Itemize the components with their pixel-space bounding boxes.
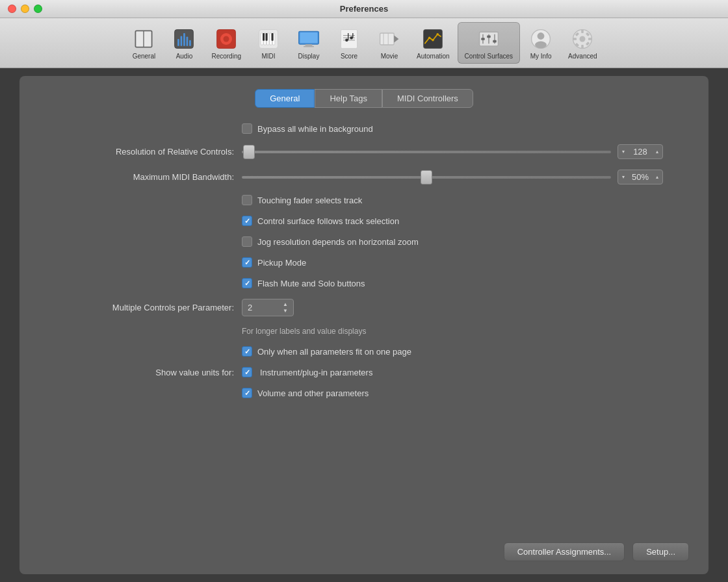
bandwidth-up-btn[interactable]: ▴ bbox=[656, 175, 658, 180]
tabs: General Help Tags MIDI Controllers bbox=[39, 89, 689, 108]
content-area: Bypass all while in background Resolutio… bbox=[39, 123, 689, 398]
touching-fader-label: Touching fader selects track bbox=[257, 196, 362, 205]
automation-icon bbox=[420, 26, 446, 52]
svg-rect-54 bbox=[573, 38, 577, 40]
tab-general[interactable]: General bbox=[255, 89, 315, 108]
toolbar-item-automation[interactable]: Automation bbox=[410, 23, 456, 63]
maximize-button[interactable] bbox=[34, 5, 42, 13]
score-label: Score bbox=[341, 53, 358, 60]
pickup-mode-checkbox[interactable] bbox=[242, 257, 252, 268]
multiple-controls-spinner[interactable]: 2 ▲ ▼ bbox=[242, 299, 294, 316]
midi-icon bbox=[255, 26, 281, 52]
touching-fader-checkbox[interactable] bbox=[242, 195, 252, 205]
close-button[interactable] bbox=[8, 5, 16, 13]
toolbar-item-movie[interactable]: Movie bbox=[370, 23, 409, 63]
show-value-units-row: Show value units for: Instrument/plug-in… bbox=[65, 367, 663, 377]
flash-mute-row: Flash Mute and Solo buttons bbox=[242, 278, 663, 288]
volume-row: Volume and other parameters bbox=[242, 388, 663, 398]
bandwidth-slider-container: ▾ 50% ▴ bbox=[242, 170, 663, 184]
only-when-label: Only when all parameters fit on one page bbox=[257, 347, 411, 357]
bandwidth-slider-track[interactable] bbox=[242, 176, 611, 179]
midi-label: MIDI bbox=[261, 53, 275, 60]
recording-icon bbox=[213, 26, 239, 52]
tab-help-tags[interactable]: Help Tags bbox=[315, 89, 382, 108]
volume-label: Volume and other parameters bbox=[257, 388, 369, 398]
advanced-icon bbox=[569, 26, 595, 52]
svg-rect-6 bbox=[187, 36, 188, 45]
bandwidth-down-btn[interactable]: ▾ bbox=[622, 175, 625, 180]
toolbar-item-score[interactable]: Score bbox=[330, 23, 369, 63]
svg-rect-7 bbox=[190, 40, 192, 46]
display-label: Display bbox=[298, 53, 320, 60]
flash-mute-label: Flash Mute and Solo buttons bbox=[257, 279, 365, 288]
toolbar-item-display[interactable]: Display bbox=[289, 23, 328, 63]
svg-rect-53 bbox=[582, 45, 584, 48]
jog-resolution-label: Jog resolution depends on horizontal zoo… bbox=[257, 237, 419, 247]
svg-rect-21 bbox=[300, 32, 318, 43]
multiple-controls-arrows: ▲ ▼ bbox=[283, 301, 288, 314]
svg-rect-52 bbox=[582, 30, 584, 33]
flash-mute-checkbox[interactable] bbox=[242, 278, 252, 288]
control-surface-follows-checkbox[interactable] bbox=[242, 216, 252, 226]
instrument-checkbox[interactable] bbox=[242, 367, 252, 377]
pickup-mode-label: Pickup Mode bbox=[257, 258, 306, 268]
touching-fader-row: Touching fader selects track bbox=[242, 195, 663, 205]
window-controls bbox=[8, 5, 42, 13]
advanced-label: Advanced bbox=[568, 53, 597, 60]
main-content: General Help Tags MIDI Controllers Bypas… bbox=[20, 76, 708, 574]
audio-label: Audio bbox=[176, 53, 193, 60]
resolution-up-btn[interactable]: ▴ bbox=[656, 149, 658, 155]
multiple-controls-up[interactable]: ▲ bbox=[283, 301, 288, 308]
my-info-icon bbox=[528, 26, 554, 52]
svg-rect-4 bbox=[181, 36, 183, 46]
jog-resolution-checkbox[interactable] bbox=[242, 236, 252, 247]
svg-point-48 bbox=[538, 32, 545, 40]
svg-rect-42 bbox=[481, 38, 484, 40]
svg-rect-5 bbox=[184, 33, 186, 46]
bandwidth-value-display: ▾ 50% ▴ bbox=[618, 170, 663, 184]
resolution-label: Resolution of Relative Controls: bbox=[65, 147, 234, 157]
tab-midi-controllers[interactable]: MIDI Controllers bbox=[382, 89, 473, 108]
for-longer-section-label: For longer labels and value displays bbox=[242, 327, 663, 336]
svg-point-49 bbox=[535, 42, 547, 49]
bandwidth-slider-thumb[interactable] bbox=[421, 170, 432, 184]
resolution-slider-track[interactable] bbox=[242, 151, 611, 153]
svg-point-10 bbox=[224, 36, 229, 42]
svg-rect-19 bbox=[272, 33, 274, 41]
controller-assignments-button[interactable]: Controller Assignments... bbox=[504, 542, 625, 561]
resolution-value-text: 128 bbox=[633, 147, 647, 157]
instrument-label: Instrument/plug-in parameters bbox=[260, 368, 372, 377]
toolbar-item-my-info[interactable]: My Info bbox=[521, 23, 560, 63]
resolution-slider-thumb[interactable] bbox=[243, 145, 255, 159]
control-surface-follows-row: Control surface follows track selection bbox=[242, 216, 663, 226]
score-icon bbox=[336, 26, 362, 52]
resolution-slider-container: ▾ 128 ▴ bbox=[242, 144, 663, 159]
multiple-controls-down[interactable]: ▼ bbox=[283, 308, 288, 314]
bandwidth-value-text: 50% bbox=[632, 172, 649, 182]
resolution-down-btn[interactable]: ▾ bbox=[622, 149, 625, 155]
toolbar-item-midi[interactable]: MIDI bbox=[249, 23, 288, 63]
minimize-button[interactable] bbox=[21, 5, 29, 13]
toolbar-item-recording[interactable]: Recording bbox=[205, 23, 248, 63]
bandwidth-row: Maximum MIDI Bandwidth: ▾ 50% ▴ bbox=[65, 170, 663, 184]
setup-button[interactable]: Setup... bbox=[632, 542, 689, 561]
multiple-controls-label: Multiple Controls per Parameter: bbox=[65, 303, 234, 312]
bypass-checkbox[interactable] bbox=[242, 123, 252, 134]
svg-rect-18 bbox=[266, 33, 268, 41]
toolbar-item-general[interactable]: General bbox=[124, 23, 163, 63]
toolbar-item-advanced[interactable]: Advanced bbox=[562, 23, 603, 63]
bypass-label: Bypass all while in background bbox=[257, 124, 373, 134]
toolbar-item-control-surfaces[interactable]: Control Surfaces bbox=[458, 22, 520, 64]
svg-point-37 bbox=[428, 36, 431, 39]
volume-checkbox[interactable] bbox=[242, 388, 252, 398]
resolution-value-display: ▾ 128 ▴ bbox=[618, 144, 663, 159]
pickup-mode-row: Pickup Mode bbox=[242, 257, 663, 268]
show-value-units-label: Show value units for: bbox=[65, 368, 234, 377]
bypass-row: Bypass all while in background bbox=[242, 123, 663, 134]
multiple-controls-value: 2 bbox=[248, 303, 252, 312]
multiple-controls-row: Multiple Controls per Parameter: 2 ▲ ▼ bbox=[65, 299, 663, 316]
my-info-label: My Info bbox=[530, 53, 552, 60]
toolbar-item-audio[interactable]: Audio bbox=[164, 23, 203, 63]
svg-point-29 bbox=[350, 36, 353, 40]
only-when-checkbox[interactable] bbox=[242, 346, 252, 357]
